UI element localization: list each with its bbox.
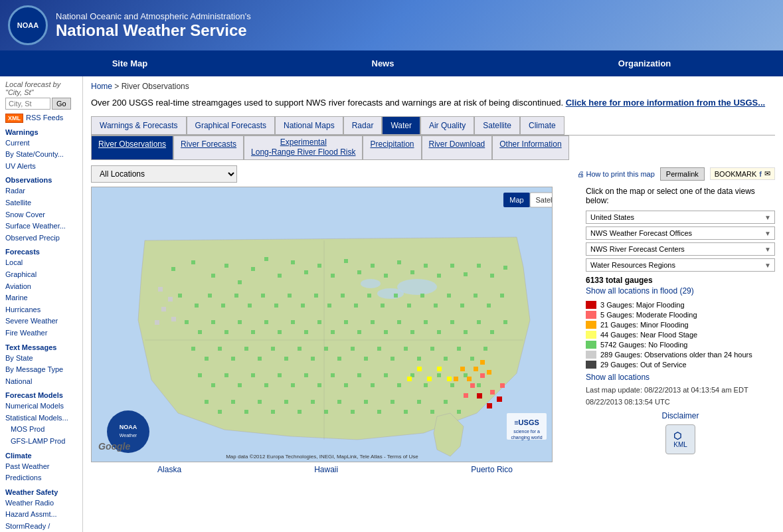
legend-swatch bbox=[586, 301, 596, 309]
svg-rect-121 bbox=[450, 383, 454, 387]
go-button[interactable]: Go bbox=[52, 98, 71, 110]
tab-national-maps[interactable]: National Maps bbox=[275, 116, 343, 135]
tab-river-observations[interactable]: River Observations bbox=[91, 135, 173, 160]
tab-radar[interactable]: Radar bbox=[343, 116, 383, 135]
rss-link[interactable]: RSS Feeds bbox=[26, 112, 63, 124]
tab-river-forecasts[interactable]: River Forecasts bbox=[173, 135, 244, 160]
svg-rect-7 bbox=[224, 264, 228, 268]
nav-radar[interactable]: Radar bbox=[5, 185, 77, 197]
svg-text:≡USGS: ≡USGS bbox=[514, 418, 539, 426]
svg-rect-137 bbox=[377, 410, 381, 414]
svg-rect-155 bbox=[480, 360, 485, 365]
nav-by-state[interactable]: By State bbox=[5, 353, 77, 365]
nav-uv-alerts[interactable]: UV Alerts bbox=[5, 161, 77, 173]
nav-site-map[interactable]: Site Map bbox=[99, 56, 161, 71]
nav-organization[interactable]: Organization bbox=[605, 56, 684, 71]
wfo-select[interactable]: NWS Weather Forecast Offices bbox=[586, 226, 775, 240]
nav-predictions[interactable]: Predictions bbox=[5, 472, 77, 484]
nav-news[interactable]: News bbox=[359, 56, 408, 71]
tab-precipitation[interactable]: Precipitation bbox=[363, 135, 421, 160]
nav-marine[interactable]: Marine bbox=[5, 292, 77, 304]
svg-rect-112 bbox=[331, 373, 335, 377]
svg-rect-5 bbox=[191, 260, 195, 264]
print-link[interactable]: 🖨 How to print this map bbox=[577, 170, 655, 178]
nav-by-state-county[interactable]: By State/County... bbox=[5, 149, 77, 161]
nav-local[interactable]: Local bbox=[5, 257, 77, 269]
tabs-row2: River Observations River Forecasts Exper… bbox=[91, 135, 775, 160]
nav-mos-prod[interactable]: MOS Prod bbox=[5, 424, 77, 436]
kml-badge[interactable]: ⬡ KML bbox=[665, 424, 695, 454]
map-svg[interactable]: Map Satellite NOAA Weather ≡USGS science… bbox=[92, 187, 553, 462]
hawaii-link[interactable]: Hawaii bbox=[314, 465, 338, 474]
breadcrumb-home[interactable]: Home bbox=[91, 82, 112, 91]
alert-banner: Over 200 USGS real-time streamgages used… bbox=[91, 96, 775, 110]
rfc-select[interactable]: NWS River Forecast Centers bbox=[586, 242, 775, 256]
nav-numerical-models[interactable]: Numerical Models bbox=[5, 400, 77, 412]
nav-observed-precip[interactable]: Observed Precip bbox=[5, 232, 77, 244]
svg-rect-39 bbox=[314, 294, 318, 298]
forecast-label: Local forecast by "City, St" bbox=[5, 80, 77, 96]
tab-river-download[interactable]: River Download bbox=[422, 135, 493, 160]
tabs-row1: Warnings & Forecasts Graphical Forecasts… bbox=[91, 116, 775, 135]
show-all-link[interactable]: Show all locations bbox=[586, 373, 775, 382]
svg-rect-28 bbox=[503, 266, 507, 270]
nav-stormready[interactable]: StormReady /TsunamiReady bbox=[5, 521, 77, 532]
nav-surface-weather[interactable]: Surface Weather... bbox=[5, 221, 77, 232]
nav-fire-weather[interactable]: Fire Weather bbox=[5, 327, 77, 339]
svg-rect-75 bbox=[464, 330, 468, 334]
puerto-rico-link[interactable]: Puerto Rico bbox=[471, 465, 513, 474]
svg-rect-89 bbox=[324, 347, 328, 351]
tab-graphical-forecasts[interactable]: Graphical Forecasts bbox=[187, 116, 275, 135]
svg-rect-55 bbox=[198, 330, 202, 334]
header-text: National Oceanic and Atmospheric Adminis… bbox=[56, 11, 251, 40]
nav-statistical-models[interactable]: Statistical Models... bbox=[5, 412, 77, 424]
svg-rect-19 bbox=[384, 274, 388, 278]
forecast-models-title: Forecast Models bbox=[5, 391, 77, 399]
location-select[interactable]: All Locations Northeast Southeast Midwes… bbox=[91, 165, 237, 183]
nav-current[interactable]: Current bbox=[5, 137, 77, 149]
svg-rect-72 bbox=[424, 320, 428, 324]
nav-severe-weather[interactable]: Severe Weather bbox=[5, 315, 77, 327]
nav-hurricanes[interactable]: Hurricanes bbox=[5, 304, 77, 316]
flood-link[interactable]: Show all locations in flood (29) bbox=[586, 286, 775, 296]
tab-experimental[interactable]: ExperimentalLong-Range River Flood Risk bbox=[244, 135, 363, 160]
nav-aviation[interactable]: Aviation bbox=[5, 281, 77, 293]
tab-satellite[interactable]: Satellite bbox=[474, 116, 520, 135]
svg-rect-41 bbox=[341, 294, 345, 298]
legend-swatch bbox=[586, 361, 596, 369]
nav-satellite[interactable]: Satellite bbox=[5, 197, 77, 209]
nav-snow-cover[interactable]: Snow Cover bbox=[5, 209, 77, 221]
nav-past-weather[interactable]: Past Weather bbox=[5, 461, 77, 473]
legend-item: 21 Gauges: Minor Flooding bbox=[586, 321, 775, 329]
alaska-link[interactable]: Alaska bbox=[157, 465, 181, 474]
bookmark-widget[interactable]: BOOKMARK f ✉ bbox=[710, 167, 775, 180]
tab-other-information[interactable]: Other Information bbox=[492, 135, 568, 160]
water-regions-select[interactable]: Water Resources Regions bbox=[586, 258, 775, 272]
tab-water[interactable]: Water bbox=[382, 116, 420, 135]
nav-gfs-lamp[interactable]: GFS-LAMP Prod bbox=[5, 436, 77, 448]
tab-climate[interactable]: Climate bbox=[520, 116, 565, 135]
tab-warnings-forecasts[interactable]: Warnings & Forecasts bbox=[91, 116, 187, 135]
svg-rect-24 bbox=[450, 264, 454, 268]
svg-rect-102 bbox=[198, 373, 202, 377]
svg-rect-98 bbox=[444, 357, 448, 361]
nav-hazard-assmt[interactable]: Hazard Assmt... bbox=[5, 509, 77, 521]
disclaimer-link[interactable]: Disclaimer bbox=[586, 411, 775, 420]
united-states-select[interactable]: United States Northeast Southeast Midwes… bbox=[586, 211, 775, 224]
map-area[interactable]: Map Satellite NOAA Weather ≡USGS science… bbox=[91, 187, 553, 462]
nav-by-message-type[interactable]: By Message Type bbox=[5, 364, 77, 376]
nav-graphical[interactable]: Graphical bbox=[5, 269, 77, 281]
svg-rect-97 bbox=[430, 347, 434, 351]
tab-air-quality[interactable]: Air Quality bbox=[420, 116, 474, 135]
legend-swatch bbox=[586, 311, 596, 319]
permalink-button[interactable]: Permalink bbox=[660, 167, 705, 181]
svg-rect-115 bbox=[371, 383, 375, 387]
nav-national[interactable]: National bbox=[5, 376, 77, 388]
city-input[interactable] bbox=[5, 98, 50, 110]
svg-rect-36 bbox=[274, 304, 278, 308]
alert-link[interactable]: Click here for more information from the… bbox=[566, 98, 766, 108]
nav-weather-radio[interactable]: Weather Radio bbox=[5, 497, 77, 509]
svg-rect-109 bbox=[291, 383, 295, 387]
legend-label: 44 Gauges: Near Flood Stage bbox=[600, 331, 697, 339]
svg-rect-166 bbox=[447, 377, 452, 381]
